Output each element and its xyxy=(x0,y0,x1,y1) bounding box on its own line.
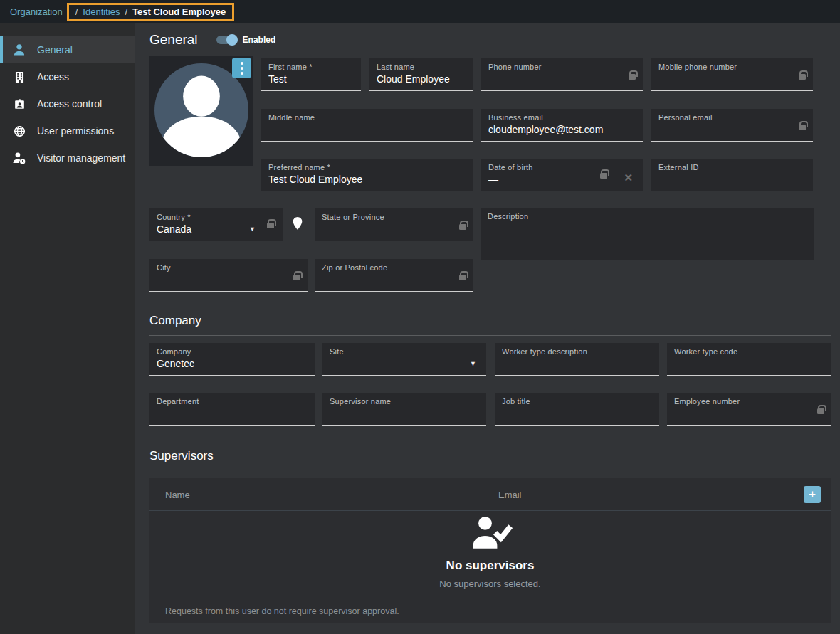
field-label: External ID xyxy=(658,163,806,171)
last-name-field[interactable]: Last name Cloud Employee xyxy=(369,58,473,91)
breadcrumb-identities[interactable]: Identities xyxy=(83,6,120,17)
add-supervisor-button[interactable]: + xyxy=(804,486,821,503)
empty-state-subtitle: No supervisors selected. xyxy=(149,578,831,589)
field-value xyxy=(488,223,807,235)
breadcrumb: Organization / Identities / Test Cloud E… xyxy=(0,0,840,23)
phone-number-field[interactable]: Phone number xyxy=(481,58,643,91)
mobile-phone-number-field[interactable]: Mobile phone number xyxy=(651,58,813,91)
field-value xyxy=(502,408,652,420)
department-field[interactable]: Department xyxy=(149,393,315,426)
company-field[interactable]: Company Genetec xyxy=(149,343,315,376)
lock-icon xyxy=(817,408,824,414)
badge-icon xyxy=(12,97,26,111)
field-label: Worker type description xyxy=(502,347,652,356)
toggle-switch-icon[interactable] xyxy=(216,36,236,44)
employee-number-field[interactable]: Employee number xyxy=(667,393,831,426)
country-select[interactable]: Country * Canada ▼ xyxy=(149,208,283,241)
field-label: First name * xyxy=(268,63,354,71)
field-value: Test Cloud Employee xyxy=(268,174,466,186)
header-divider xyxy=(149,51,831,51)
field-label: Zip or Postal code xyxy=(322,263,466,272)
empty-state-title: No supervisors xyxy=(149,559,831,573)
breadcrumb-current: Test Cloud Employee xyxy=(132,6,226,17)
lock-icon xyxy=(799,74,806,80)
lock-icon xyxy=(799,125,806,130)
job-title-field[interactable]: Job title xyxy=(495,393,659,426)
city-field[interactable]: City xyxy=(149,259,308,292)
sidebar-item-label: Visitor management xyxy=(37,152,125,164)
middle-name-field[interactable]: Middle name xyxy=(261,109,473,142)
supervisors-table-header: Name Email + xyxy=(149,478,831,511)
sidebar-item-label: General xyxy=(37,44,73,56)
person-check-icon xyxy=(468,541,513,554)
profile-photo[interactable] xyxy=(149,56,253,166)
field-label: Employee number xyxy=(674,397,824,406)
supervisor-name-field[interactable]: Supervisor name xyxy=(322,393,486,426)
building-icon xyxy=(12,70,26,84)
field-value: Cloud Employee xyxy=(377,73,466,85)
field-label: Description xyxy=(488,212,807,221)
globe-icon xyxy=(12,124,26,138)
sidebar-item-visitor-management[interactable]: Visitor management xyxy=(0,144,135,171)
app-window: Organization / Identities / Test Cloud E… xyxy=(0,0,840,634)
sidebar-item-access[interactable]: Access xyxy=(0,63,135,90)
field-value xyxy=(330,358,479,370)
photo-menu-button[interactable] xyxy=(232,58,251,78)
field-value xyxy=(268,124,466,136)
field-label: Company xyxy=(157,347,308,356)
field-label: State or Province xyxy=(322,213,466,221)
date-of-birth-field[interactable]: Date of birth — ✕ xyxy=(481,159,643,191)
worker-type-description-field[interactable]: Worker type description xyxy=(495,343,659,376)
field-value: Test xyxy=(268,73,354,85)
business-email-field[interactable]: Business email cloudemployee@test.com xyxy=(481,109,643,142)
breadcrumb-highlight-box: / Identities / Test Cloud Employee xyxy=(67,3,235,21)
field-value: Canada xyxy=(157,223,275,236)
state-or-province-field[interactable]: State or Province xyxy=(315,208,473,241)
sidebar-item-user-permissions[interactable]: User permissions xyxy=(0,117,135,144)
zip-or-postal-code-field[interactable]: Zip or Postal code xyxy=(315,259,473,292)
lock-icon xyxy=(293,275,300,280)
external-id-field[interactable]: External ID xyxy=(651,159,813,191)
supervisors-panel: Name Email + No supervisors No superviso… xyxy=(149,478,831,623)
field-label: Country * xyxy=(157,213,275,221)
field-value xyxy=(658,174,806,186)
sidebar-item-general[interactable]: General xyxy=(0,36,135,63)
field-value xyxy=(322,274,466,286)
field-label: Personal email xyxy=(658,113,806,122)
site-select[interactable]: Site ▼ xyxy=(322,343,486,376)
supervisors-divider xyxy=(149,470,831,470)
enabled-toggle[interactable]: Enabled xyxy=(216,35,276,45)
field-label: Worker type code xyxy=(674,347,824,356)
description-field[interactable]: Description xyxy=(481,208,814,260)
breadcrumb-organization[interactable]: Organization xyxy=(10,6,63,17)
personal-email-field[interactable]: Personal email xyxy=(651,109,813,142)
field-value xyxy=(502,358,652,370)
person-clock-icon xyxy=(12,151,26,165)
column-header-email: Email xyxy=(498,490,522,500)
first-name-field[interactable]: First name * Test xyxy=(261,58,361,91)
company-divider xyxy=(149,335,831,336)
worker-type-code-field[interactable]: Worker type code xyxy=(667,343,831,376)
chevron-down-icon: ▼ xyxy=(249,226,256,233)
enabled-toggle-label: Enabled xyxy=(243,35,276,45)
field-label: Date of birth xyxy=(488,163,636,171)
sidebar-item-label: Access xyxy=(37,71,69,83)
breadcrumb-separator: / xyxy=(75,6,78,17)
sidebar-item-label: User permissions xyxy=(37,125,114,137)
field-value xyxy=(674,408,824,420)
field-value: — xyxy=(488,174,636,186)
field-value xyxy=(157,408,308,420)
field-label: City xyxy=(157,263,300,272)
preferred-name-field[interactable]: Preferred name * Test Cloud Employee xyxy=(261,159,473,191)
chevron-down-icon: ▼ xyxy=(470,360,476,367)
main-content: General Enabled First name * Test Last n… xyxy=(136,23,840,634)
clear-icon[interactable]: ✕ xyxy=(624,171,633,184)
field-value xyxy=(674,358,824,370)
field-value: cloudemployee@test.com xyxy=(488,124,636,136)
field-label: Phone number xyxy=(488,63,636,71)
sidebar-item-access-control[interactable]: Access control xyxy=(0,90,135,117)
field-label: Job title xyxy=(502,397,652,406)
lock-icon xyxy=(267,223,274,228)
field-value: Genetec xyxy=(157,358,308,370)
field-value xyxy=(330,408,479,420)
